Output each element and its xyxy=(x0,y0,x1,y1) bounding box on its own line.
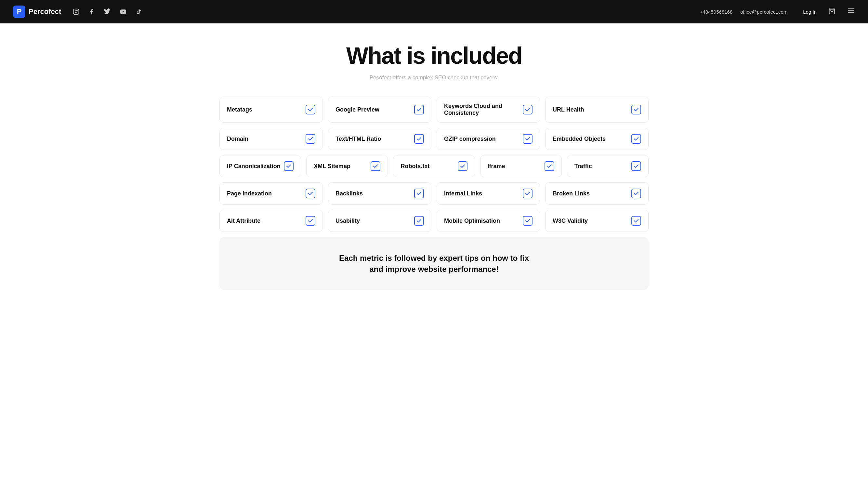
features-row-2: Domain Text/HTML Ratio GZIP compression … xyxy=(219,128,649,150)
feature-domain: Domain xyxy=(219,128,323,150)
cart-icon[interactable] xyxy=(828,8,836,16)
feature-label: Text/HTML Ratio xyxy=(335,136,381,142)
check-icon xyxy=(414,216,424,226)
feature-mobile-optimisation: Mobile Optimisation xyxy=(437,210,540,232)
check-icon xyxy=(414,188,424,198)
feature-label: Alt Attribute xyxy=(227,217,260,224)
feature-label: Keywords Cloud and Consistency xyxy=(444,103,523,116)
feature-label: Backlinks xyxy=(335,190,363,197)
feature-label: Embedded Objects xyxy=(552,136,606,142)
feature-label: XML Sitemap xyxy=(314,163,350,170)
instagram-icon[interactable] xyxy=(73,9,79,15)
feature-backlinks: Backlinks xyxy=(328,183,431,205)
feature-page-indexation: Page Indexation xyxy=(219,183,323,205)
nav-contact: +48459568168 office@percofect.com xyxy=(700,9,788,14)
check-icon xyxy=(631,188,641,198)
page-title: What is included xyxy=(219,43,649,69)
feature-alt-attribute: Alt Attribute xyxy=(219,210,323,232)
features-row-1: Metatags Google Preview Keywords Cloud a… xyxy=(219,96,649,123)
svg-point-2 xyxy=(78,10,78,10)
feature-label: Page Indexation xyxy=(227,190,272,197)
feature-traffic: Traffic xyxy=(567,155,649,177)
features-row-4: Page Indexation Backlinks Internal Links… xyxy=(219,183,649,205)
twitter-icon[interactable] xyxy=(104,9,111,15)
feature-ip-canonicalization: IP Canonicalization xyxy=(219,155,301,177)
feature-broken-links: Broken Links xyxy=(545,183,649,205)
feature-embedded-objects: Embedded Objects xyxy=(545,128,649,150)
logo-icon: P xyxy=(13,6,25,18)
features-row-5: Alt Attribute Usability Mobile Optimisat… xyxy=(219,210,649,232)
feature-label: GZIP compression xyxy=(444,136,496,142)
feature-label: Usability xyxy=(335,217,360,224)
youtube-icon[interactable] xyxy=(120,9,127,15)
feature-usability: Usability xyxy=(328,210,431,232)
check-icon xyxy=(523,188,533,198)
check-icon xyxy=(545,161,554,171)
login-button[interactable]: Log In xyxy=(803,9,817,14)
check-icon xyxy=(631,216,641,226)
feature-label: Google Preview xyxy=(335,106,379,113)
check-icon xyxy=(523,216,533,226)
check-icon xyxy=(414,105,424,114)
logo[interactable]: P Percofect xyxy=(13,6,61,18)
svg-rect-0 xyxy=(73,9,79,14)
check-icon xyxy=(523,105,533,114)
check-icon xyxy=(371,161,380,171)
feature-label: IP Canonicalization xyxy=(227,163,281,170)
check-icon xyxy=(631,161,641,171)
footer-card: Each metric is followed by expert tips o… xyxy=(219,237,649,290)
check-icon xyxy=(631,134,641,144)
main-content: What is included Pecofect offers a compl… xyxy=(206,23,662,303)
feature-label: URL Health xyxy=(552,106,584,113)
check-icon xyxy=(306,134,316,144)
hamburger-icon[interactable] xyxy=(847,7,855,17)
feature-keywords-cloud: Keywords Cloud and Consistency xyxy=(437,96,540,123)
feature-google-preview: Google Preview xyxy=(328,96,431,123)
check-icon xyxy=(523,134,533,144)
feature-metatags: Metatags xyxy=(219,96,323,123)
feature-text-html-ratio: Text/HTML Ratio xyxy=(328,128,431,150)
feature-robots-txt: Robots.txt xyxy=(393,155,475,177)
feature-internal-links: Internal Links xyxy=(437,183,540,205)
check-icon xyxy=(306,188,316,198)
feature-gzip-compression: GZIP compression xyxy=(437,128,540,150)
facebook-icon[interactable] xyxy=(89,9,95,15)
tiktok-icon[interactable] xyxy=(136,9,142,15)
check-icon xyxy=(306,216,316,226)
check-icon xyxy=(414,134,424,144)
feature-label: W3C Validity xyxy=(552,217,588,224)
check-icon xyxy=(631,105,641,114)
navbar: P Percofect +48459568168 office@percofec… xyxy=(0,0,868,23)
nav-email: office@percofect.com xyxy=(740,9,787,14)
footer-card-text: Each metric is followed by expert tips o… xyxy=(232,253,636,275)
logo-text: Percofect xyxy=(29,8,61,16)
feature-label: Metatags xyxy=(227,106,252,113)
feature-label: Mobile Optimisation xyxy=(444,217,500,224)
feature-xml-sitemap: XML Sitemap xyxy=(306,155,388,177)
feature-label: Broken Links xyxy=(552,190,590,197)
check-icon xyxy=(306,105,316,114)
nav-phone: +48459568168 xyxy=(700,9,733,14)
feature-url-health: URL Health xyxy=(545,96,649,123)
check-icon xyxy=(284,161,293,171)
feature-w3c-validity: W3C Validity xyxy=(545,210,649,232)
feature-label: Iframe xyxy=(488,163,505,170)
feature-label: Internal Links xyxy=(444,190,482,197)
feature-label: Robots.txt xyxy=(401,163,430,170)
features-row-3: IP Canonicalization XML Sitemap Robots.t… xyxy=(219,155,649,177)
feature-label: Traffic xyxy=(575,163,592,170)
check-icon xyxy=(458,161,467,171)
feature-iframe: Iframe xyxy=(480,155,562,177)
page-subtitle: Pecofect offers a complex SEO checkup th… xyxy=(219,74,649,81)
svg-point-1 xyxy=(75,11,78,13)
feature-label: Domain xyxy=(227,136,248,142)
